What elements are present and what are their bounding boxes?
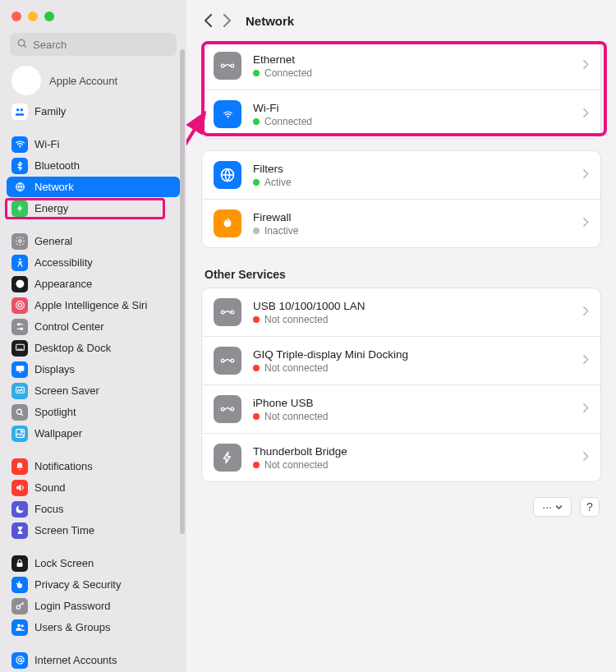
help-button[interactable]: ? xyxy=(580,497,600,517)
more-menu-button[interactable]: ··· xyxy=(533,497,572,517)
sidebar-item-appearance[interactable]: Appearance xyxy=(7,274,180,294)
bell-icon xyxy=(11,458,28,475)
sidebar-item-label: Focus xyxy=(34,503,63,515)
sidebar-scrollbar[interactable] xyxy=(180,49,185,534)
svg-point-33 xyxy=(221,311,224,314)
chevron-right-icon xyxy=(582,403,589,416)
other-services-header: Other Services xyxy=(205,268,601,281)
sidebar-item-control-center[interactable]: Control Center xyxy=(7,316,180,337)
service-row-filters[interactable]: FiltersActive xyxy=(202,151,600,199)
status-badge: Connected xyxy=(253,116,582,127)
sidebar-item-privacy-security[interactable]: Privacy & Security xyxy=(7,574,180,595)
svg-line-21 xyxy=(21,413,24,416)
key-icon xyxy=(11,598,28,614)
sidebar-item-lock-screen[interactable]: Lock Screen xyxy=(7,553,180,573)
page-title: Network xyxy=(246,14,294,28)
at-icon xyxy=(11,652,28,669)
status-text: Not connected xyxy=(264,411,328,422)
service-row-thunderbolt-bridge[interactable]: Thunderbolt BridgeNot connected xyxy=(202,433,600,481)
close-window-button[interactable] xyxy=(11,12,21,21)
status-dot-icon xyxy=(253,228,260,234)
sidebar-item-label: Bluetooth xyxy=(34,159,80,172)
family-icon xyxy=(11,104,28,120)
service-row-iphone-usb[interactable]: iPhone USBNot connected xyxy=(202,384,600,433)
sidebar-item-label: Energy xyxy=(34,202,68,214)
status-dot-icon xyxy=(253,413,260,420)
apple-account-row[interactable]: Apple Account xyxy=(7,61,180,100)
avatar xyxy=(11,66,41,95)
svg-point-30 xyxy=(231,64,234,67)
sidebar-item-label: Login Password xyxy=(34,600,111,612)
hand-icon xyxy=(11,577,28,593)
sidebar-item-label: Users & Groups xyxy=(34,621,110,633)
status-badge: Not connected xyxy=(253,314,582,325)
sidebar-item-label: Screen Saver xyxy=(34,384,99,397)
chevron-right-icon xyxy=(582,451,589,464)
sidebar-item-internet-accounts[interactable]: Internet Accounts xyxy=(7,650,180,670)
chevron-right-icon xyxy=(582,168,589,182)
chevron-right-icon xyxy=(582,354,589,367)
service-row-wi-fi[interactable]: Wi-FiConnected xyxy=(202,90,600,138)
minimize-window-button[interactable] xyxy=(28,12,38,21)
chevron-down-icon xyxy=(555,500,563,513)
service-row-giq-triple-display-mini-docking[interactable]: GIQ Triple-display Mini DockingNot conne… xyxy=(202,336,600,384)
service-row-ethernet[interactable]: EthernetConnected xyxy=(202,42,600,90)
lock-icon xyxy=(11,555,28,572)
search-icon xyxy=(16,38,33,52)
sidebar-item-desktop-dock[interactable]: Desktop & Dock xyxy=(7,338,180,358)
sidebar-item-label: Accessibility xyxy=(34,256,93,269)
sidebar-item-displays[interactable]: Displays xyxy=(7,359,180,380)
service-row-usb-10-100-1000-lan[interactable]: USB 10/100/1000 LANNot connected xyxy=(202,288,600,336)
sidebar-item-sound[interactable]: Sound xyxy=(7,477,180,498)
sidebar-item-screen-time[interactable]: Screen Time xyxy=(7,520,180,541)
globe-icon xyxy=(11,179,28,196)
sidebar-item-focus[interactable]: Focus xyxy=(7,499,180,519)
sidebar-item-spotlight[interactable]: Spotlight xyxy=(7,402,180,422)
primary-services-card: EthernetConnectedWi-FiConnected xyxy=(201,41,601,139)
svg-point-0 xyxy=(18,39,25,46)
sidebar-item-network[interactable]: Network xyxy=(7,177,180,197)
sidebar-item-accessibility[interactable]: Accessibility xyxy=(7,252,180,273)
zoom-window-button[interactable] xyxy=(44,12,54,21)
status-text: Not connected xyxy=(264,459,328,471)
svg-point-34 xyxy=(231,311,234,314)
firewall-icon xyxy=(214,209,241,237)
sidebar-item-label: Network xyxy=(34,181,74,193)
sidebar-item-label: Control Center xyxy=(34,320,104,333)
sidebar-item-energy[interactable]: Energy xyxy=(7,198,180,219)
sidebar-item-login-password[interactable]: Login Password xyxy=(7,596,180,616)
service-title: Thunderbolt Bridge xyxy=(253,445,582,458)
search-icon xyxy=(11,404,28,421)
svg-line-1 xyxy=(24,44,26,47)
sidebar-item-users-groups[interactable]: Users & Groups xyxy=(7,617,180,637)
service-title: Filters xyxy=(253,163,582,175)
svg-rect-19 xyxy=(16,387,24,393)
status-text: Not connected xyxy=(264,362,328,374)
svg-rect-17 xyxy=(16,366,24,371)
sidebar-item-screen-saver[interactable]: Screen Saver xyxy=(7,380,180,401)
sidebar-item-label: Family xyxy=(34,105,66,117)
status-dot-icon xyxy=(253,179,260,186)
search-field[interactable] xyxy=(10,33,177,56)
status-badge: Active xyxy=(253,177,582,188)
status-dot-icon xyxy=(253,118,260,125)
sidebar-item-general[interactable]: General xyxy=(7,231,180,251)
sidebar-item-bluetooth[interactable]: Bluetooth xyxy=(7,155,180,176)
sidebar-item-label: Notifications xyxy=(34,460,93,472)
status-dot-icon xyxy=(253,462,260,468)
sidebar-item-wi-fi[interactable]: Wi-Fi xyxy=(7,134,180,154)
service-row-firewall[interactable]: FirewallInactive xyxy=(202,199,600,247)
sidebar-item-notifications[interactable]: Notifications xyxy=(7,456,180,476)
gear-icon xyxy=(11,233,28,250)
bolt-icon xyxy=(11,200,28,217)
search-input[interactable] xyxy=(33,39,171,51)
sidebar-item-family[interactable]: Family xyxy=(7,101,180,122)
svg-point-38 xyxy=(231,407,234,411)
forward-button[interactable] xyxy=(218,9,236,32)
ethernet-icon xyxy=(214,395,241,423)
sidebar-item-wallpaper[interactable]: Wallpaper xyxy=(7,423,180,444)
svg-point-25 xyxy=(16,605,20,609)
sidebar-item-apple-intelligence-siri[interactable]: Apple Intelligence & Siri xyxy=(7,295,180,315)
back-button[interactable] xyxy=(200,9,218,32)
sidebar-item-label: Wallpaper xyxy=(34,427,82,440)
